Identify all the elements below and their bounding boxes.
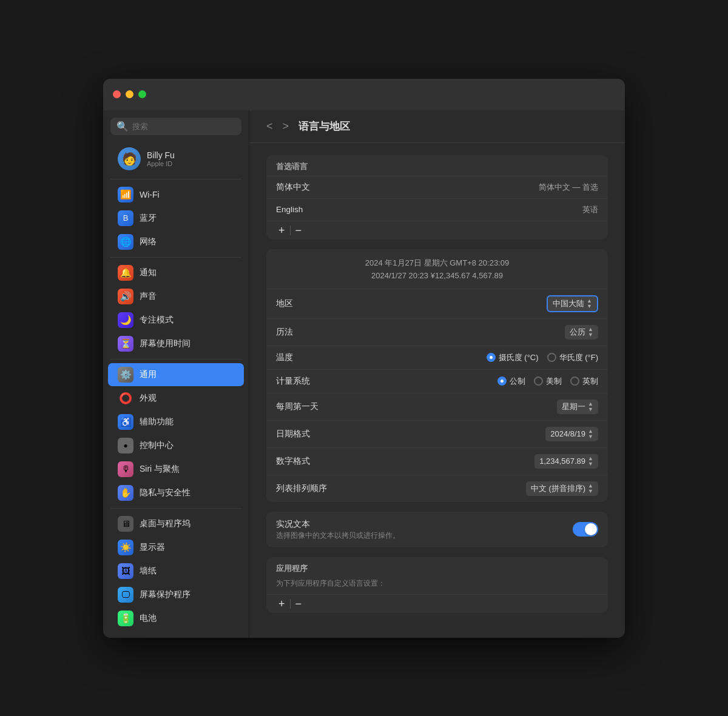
- sidebar-item-display[interactable]: ☀️ 显示器: [108, 536, 244, 559]
- lang-add-remove-row: + −: [266, 221, 608, 239]
- dateformat-label: 日期格式: [276, 429, 349, 440]
- listsort-stepper[interactable]: 中文 (拼音排序) ▲▼: [526, 481, 598, 496]
- sidebar-item-network[interactable]: 🌐 网络: [108, 230, 244, 253]
- sound-icon: 🔊: [118, 289, 133, 304]
- listsort-arrows: ▲▼: [588, 483, 593, 494]
- firstday-label: 每周第一天: [276, 401, 349, 412]
- metric-option[interactable]: 公制: [497, 376, 525, 387]
- listsort-label: 列表排列顺序: [276, 483, 349, 494]
- sidebar-item-general[interactable]: ⚙️ 通用: [108, 363, 244, 386]
- calendar-label: 历法: [276, 327, 349, 338]
- sidebar-label-privacy: 隐私与安全性: [140, 487, 190, 498]
- firstday-row: 每周第一天 星期一 ▲▼: [266, 393, 608, 420]
- datetime-sub: 2024/1/27 20:23 ¥12,345.67 4,567.89: [276, 271, 598, 280]
- close-button[interactable]: [113, 90, 121, 98]
- content-pane: < > 语言与地区 首选语言 简体中文 简体中文 — 首选 English 英语: [249, 110, 625, 638]
- add-app-button[interactable]: +: [274, 598, 290, 609]
- search-bar[interactable]: 🔍: [110, 118, 241, 135]
- search-input[interactable]: [132, 122, 235, 131]
- display-icon: ☀️: [118, 540, 133, 555]
- sidebar-item-focus[interactable]: 🌙 专注模式: [108, 309, 244, 332]
- apps-subtitle: 为下列应用程序自定义语言设置：: [266, 578, 608, 594]
- region-section: 2024 年1月27日 星期六 GMT+8 20:23:09 2024/1/27…: [266, 249, 608, 502]
- sidebar-item-sound[interactable]: 🔊 声音: [108, 285, 244, 308]
- sidebar-item-accessibility[interactable]: ♿ 辅助功能: [108, 410, 244, 433]
- livetext-row: 实况文本 选择图像中的文本以拷贝或进行操作。: [266, 512, 608, 547]
- imperial-radio[interactable]: [534, 376, 543, 386]
- sidebar-item-appearance[interactable]: ⭕ 外观: [108, 387, 244, 410]
- calendar-stepper[interactable]: 公历 ▲▼: [565, 325, 598, 340]
- sidebar-item-wifi[interactable]: 📶 Wi-Fi: [108, 183, 244, 206]
- dateformat-stepper[interactable]: 2024/8/19 ▲▼: [545, 427, 598, 441]
- general-icon: ⚙️: [118, 367, 133, 383]
- wallpaper-icon: 🖼: [118, 563, 133, 579]
- calendar-value: 公历 ▲▼: [565, 325, 598, 340]
- sidebar-item-bluetooth[interactable]: B 蓝牙: [108, 207, 244, 230]
- add-language-button[interactable]: +: [274, 225, 290, 236]
- sidebar-item-desktop[interactable]: 🖥 桌面与程序坞: [108, 512, 244, 535]
- fahrenheit-radio[interactable]: [547, 353, 556, 362]
- lang-status-english: 英语: [582, 204, 598, 215]
- livetext-header: 实况文本 选择图像中的文本以拷贝或进行操作。: [276, 519, 598, 540]
- sidebar-label-wifi: Wi-Fi: [140, 190, 160, 199]
- sidebar-label-screensaver: 屏幕保护程序: [140, 589, 190, 600]
- numberformat-stepper[interactable]: 1,234,567.89 ▲▼: [534, 454, 598, 469]
- forward-button[interactable]: >: [280, 119, 292, 134]
- numberformat-label: 数字格式: [276, 456, 349, 467]
- livetext-title: 实况文本: [276, 519, 400, 530]
- sidebar-item-siri[interactable]: 🎙 Siri 与聚焦: [108, 458, 244, 481]
- sidebar-label-network: 网络: [140, 236, 157, 247]
- region-arrows: ▲▼: [587, 298, 592, 309]
- calendar-text: 公历: [570, 327, 585, 338]
- uk-radio[interactable]: [570, 376, 579, 386]
- celsius-option[interactable]: 摄氏度 (°C): [487, 352, 539, 363]
- back-button[interactable]: <: [264, 119, 275, 134]
- measurement-label: 计量系统: [276, 376, 349, 387]
- livetext-subtitle: 选择图像中的文本以拷贝或进行操作。: [276, 531, 400, 540]
- uk-option[interactable]: 英制: [570, 376, 598, 387]
- remove-language-button[interactable]: −: [291, 225, 307, 236]
- minimize-button[interactable]: [126, 90, 133, 98]
- metric-label: 公制: [510, 376, 525, 387]
- user-profile-item[interactable]: 🧑 Billy Fu Apple ID: [108, 142, 244, 175]
- page-title: 语言与地区: [298, 119, 350, 133]
- sidebar-label-accessibility: 辅助功能: [140, 417, 174, 427]
- dateformat-arrows: ▲▼: [588, 429, 593, 440]
- sidebar-label-display: 显示器: [140, 542, 165, 553]
- apps-add-remove-row: + −: [266, 594, 608, 613]
- sidebar-item-privacy[interactable]: ✋ 隐私与安全性: [108, 481, 244, 504]
- user-name: Billy Fu: [147, 150, 175, 160]
- preferred-lang-section: 首选语言 简体中文 简体中文 — 首选 English 英语 + −: [266, 155, 608, 239]
- celsius-radio[interactable]: [487, 353, 496, 362]
- sidebar-item-notifications[interactable]: 🔔 通知: [108, 261, 244, 284]
- livetext-toggle[interactable]: [573, 522, 598, 537]
- sidebar-item-battery[interactable]: 🔋 电池: [108, 607, 244, 630]
- sidebar-label-desktop: 桌面与程序坞: [140, 518, 190, 529]
- sidebar-item-screentime[interactable]: ⏳ 屏幕使用时间: [108, 332, 244, 355]
- sidebar: 🔍 🧑 Billy Fu Apple ID 📶 Wi-Fi B 蓝牙: [103, 110, 249, 638]
- numberformat-text: 1,234,567.89: [539, 457, 585, 466]
- sidebar-label-siri: Siri 与聚焦: [140, 464, 180, 475]
- metric-radio[interactable]: [497, 376, 507, 386]
- siri-icon: 🎙: [118, 461, 133, 477]
- temperature-radio-group: 摄氏度 (°C) 华氏度 (°F): [487, 352, 598, 363]
- firstday-arrows: ▲▼: [588, 401, 593, 412]
- numberformat-row: 数字格式 1,234,567.89 ▲▼: [266, 447, 608, 475]
- firstday-stepper[interactable]: 星期一 ▲▼: [557, 400, 598, 414]
- fahrenheit-option[interactable]: 华氏度 (°F): [547, 352, 598, 363]
- sidebar-item-wallpaper[interactable]: 🖼 墙纸: [108, 560, 244, 583]
- imperial-label: 美制: [546, 376, 562, 387]
- livetext-section: 实况文本 选择图像中的文本以拷贝或进行操作。: [266, 512, 608, 547]
- sidebar-label-bluetooth: 蓝牙: [140, 213, 157, 224]
- sidebar-item-screensaver[interactable]: 🖵 屏幕保护程序: [108, 583, 244, 606]
- lang-name-english: English: [276, 205, 325, 214]
- battery-icon: 🔋: [118, 611, 133, 626]
- lang-status-chinese: 简体中文 — 首选: [539, 182, 598, 193]
- sidebar-separator-2: [110, 257, 241, 258]
- maximize-button[interactable]: [138, 90, 146, 98]
- preferred-lang-title: 首选语言: [266, 155, 608, 176]
- imperial-option[interactable]: 美制: [534, 376, 562, 387]
- sidebar-item-controlcenter[interactable]: ● 控制中心: [108, 434, 244, 457]
- region-dropdown[interactable]: 中国大陆 ▲▼: [547, 295, 598, 312]
- remove-app-button[interactable]: −: [291, 598, 307, 609]
